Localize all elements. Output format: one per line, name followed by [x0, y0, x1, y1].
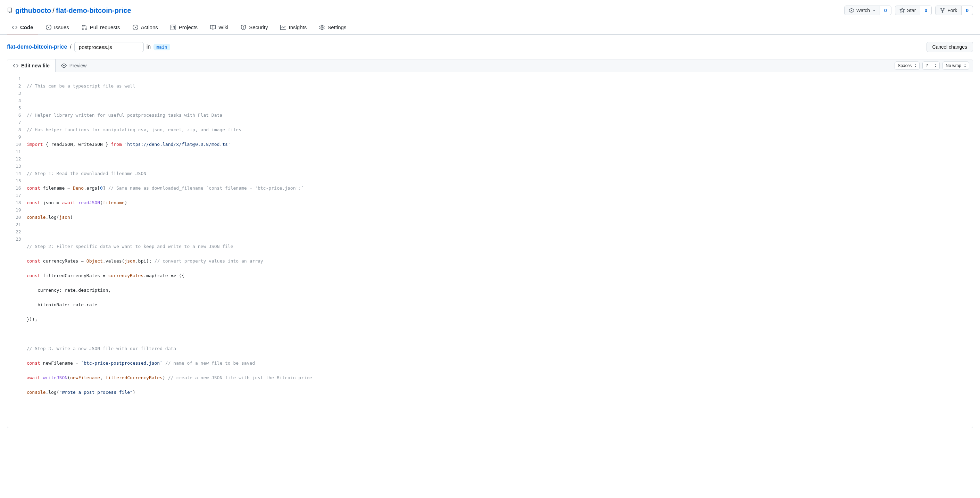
editor-tabs: Edit new file Preview Spaces 2 No wrap	[7, 59, 973, 72]
tab-code[interactable]: Code	[7, 21, 38, 34]
repo-name-link[interactable]: flat-demo-bitcoin-price	[56, 6, 131, 14]
code-content[interactable]: // This can be a typescript file as well…	[27, 75, 973, 425]
fork-count[interactable]: 0	[962, 6, 973, 15]
updown-icon	[934, 64, 937, 67]
updown-icon	[914, 64, 916, 67]
repo-owner-link[interactable]: githubocto	[15, 6, 51, 14]
eye-icon	[849, 8, 854, 13]
cancel-button[interactable]: Cancel changes	[926, 42, 973, 52]
editor-tab-edit[interactable]: Edit new file	[7, 59, 56, 72]
code-icon	[12, 25, 18, 30]
editor-tab-preview[interactable]: Preview	[56, 59, 92, 72]
star-button[interactable]: Star	[895, 6, 921, 15]
tab-issues[interactable]: Issues	[41, 21, 74, 34]
star-label: Star	[907, 8, 916, 13]
watch-button[interactable]: Watch	[844, 6, 880, 15]
repo-icon	[7, 8, 13, 13]
editor-tab-edit-label: Edit new file	[21, 63, 50, 68]
wrap-value: No wrap	[946, 63, 961, 68]
indent-mode-select[interactable]: Spaces	[894, 62, 920, 70]
breadcrumb-separator: /	[52, 6, 54, 14]
indent-size-value: 2	[926, 63, 928, 68]
chevron-down-icon	[873, 10, 875, 11]
tab-actions[interactable]: Actions	[128, 21, 163, 34]
watch-group: Watch 0	[844, 6, 891, 15]
tab-settings-label: Settings	[328, 24, 346, 30]
indent-mode-value: Spaces	[898, 63, 912, 68]
repo-header: githubocto / flat-demo-bitcoin-price Wat…	[7, 6, 973, 21]
pull-request-icon	[82, 25, 87, 30]
watch-label: Watch	[856, 8, 870, 13]
line-gutter: 1234567891011121314151617181920212223	[7, 75, 27, 425]
tab-code-label: Code	[20, 24, 33, 30]
star-icon	[899, 8, 905, 13]
wrap-select[interactable]: No wrap	[942, 62, 969, 70]
fork-button[interactable]: Fork	[935, 6, 962, 15]
tab-settings[interactable]: Settings	[314, 21, 351, 34]
repo-title: githubocto / flat-demo-bitcoin-price	[7, 6, 131, 14]
filename-input[interactable]	[74, 42, 144, 52]
tab-projects[interactable]: Projects	[165, 21, 202, 34]
tab-insights-label: Insights	[289, 24, 307, 30]
tab-wiki[interactable]: Wiki	[205, 21, 233, 34]
tab-security-label: Security	[249, 24, 268, 30]
code-icon	[13, 63, 18, 68]
issues-icon	[46, 25, 51, 30]
text-cursor	[27, 404, 27, 410]
tab-actions-label: Actions	[141, 24, 158, 30]
editor-tab-preview-label: Preview	[70, 63, 87, 68]
tab-issues-label: Issues	[54, 24, 69, 30]
project-icon	[170, 25, 176, 30]
tab-security[interactable]: Security	[236, 21, 273, 34]
star-group: Star 0	[895, 6, 932, 15]
eye-icon	[61, 63, 67, 68]
repo-root-link[interactable]: flat-demo-bitcoin-price	[7, 44, 67, 50]
fork-group: Fork 0	[935, 6, 973, 15]
path-separator: /	[70, 44, 71, 50]
indent-size-select[interactable]: 2	[922, 62, 940, 70]
fork-icon	[940, 8, 945, 13]
fork-label: Fork	[947, 8, 957, 13]
repo-actions: Watch 0 Star 0 Fork 0	[844, 6, 973, 15]
tab-wiki-label: Wiki	[218, 24, 228, 30]
branch-badge[interactable]: main	[153, 44, 170, 50]
book-icon	[210, 25, 216, 30]
updown-icon	[964, 64, 966, 67]
code-editor[interactable]: 1234567891011121314151617181920212223 //…	[7, 72, 973, 428]
gear-icon	[319, 25, 325, 30]
tab-pulls[interactable]: Pull requests	[77, 21, 125, 34]
watch-count[interactable]: 0	[880, 6, 891, 15]
play-icon	[133, 25, 138, 30]
graph-icon	[280, 25, 286, 30]
star-count[interactable]: 0	[920, 6, 932, 15]
in-label: in	[146, 44, 151, 50]
shield-icon	[241, 25, 246, 30]
editor-frame: Edit new file Preview Spaces 2 No wrap	[7, 59, 973, 428]
repo-nav: Code Issues Pull requests Actions Projec…	[0, 21, 980, 35]
tab-projects-label: Projects	[179, 24, 197, 30]
tab-pulls-label: Pull requests	[90, 24, 120, 30]
tab-insights[interactable]: Insights	[275, 21, 312, 34]
file-path-row: flat-demo-bitcoin-price / in main Cancel…	[7, 35, 973, 59]
